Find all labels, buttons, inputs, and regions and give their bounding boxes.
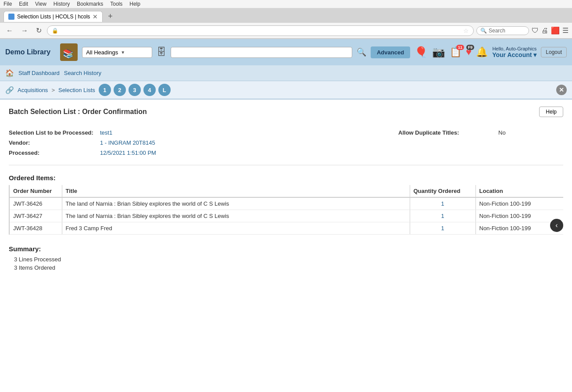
lines-processed: 3 Lines Processed <box>14 256 563 263</box>
library-name: Demo Library <box>5 48 50 56</box>
step-2[interactable]: 2 <box>114 84 126 96</box>
user-info: Hello, Auto-Graphics Your Account ▾ <box>492 46 536 58</box>
breadcrumb-selection-lists[interactable]: Selection Lists <box>58 87 95 93</box>
step-4[interactable]: 4 <box>143 84 156 96</box>
vendor-label: Vendor: <box>9 138 97 148</box>
menu-bookmarks[interactable]: Bookmarks <box>77 1 103 7</box>
items-ordered: 3 Items Ordered <box>14 264 563 271</box>
bookmark-icon[interactable]: ☆ <box>463 27 469 34</box>
qty-1: 1 <box>410 197 475 210</box>
summary-title: Summary: <box>9 245 563 253</box>
browser-search-label: Search <box>489 28 505 34</box>
col-location: Location <box>475 185 563 197</box>
chevron-down-icon: ▼ <box>121 50 125 55</box>
summary-section: Summary: 3 Lines Processed 3 Items Order… <box>9 245 563 271</box>
table-row: JWT-36428 Fred 3 Camp Fred 1 Non-Fiction… <box>9 222 563 235</box>
col-quantity: Quantity Ordered <box>410 185 475 197</box>
page-title-bar: Batch Selection List : Order Confirmatio… <box>9 107 563 121</box>
menu-tools[interactable]: Tools <box>110 1 122 7</box>
reload-button[interactable]: ↻ <box>33 25 44 36</box>
link-icon: 🔗 <box>5 86 14 94</box>
camera-icon[interactable]: 📷 <box>432 46 445 58</box>
order-num-1: JWT-36426 <box>9 197 62 210</box>
progress-steps: 1 2 3 4 L <box>99 84 171 96</box>
processed-label: Processed: <box>9 148 97 158</box>
menu-file[interactable]: File <box>4 1 12 7</box>
svg-text:📚: 📚 <box>63 48 74 59</box>
tab-close-button[interactable]: ✕ <box>93 13 98 20</box>
staff-dashboard-link[interactable]: Staff Dashboard <box>18 70 60 76</box>
user-greeting: Hello, Auto-Graphics <box>492 46 536 51</box>
tab-label: Selection Lists | HCOLS | hcols <box>17 14 90 20</box>
search-type-label: All Headings <box>86 49 118 56</box>
main-content: Batch Selection List : Order Confirmatio… <box>0 100 572 363</box>
qty-2: 1 <box>410 210 475 222</box>
extension2-button[interactable]: 🟥 <box>551 26 560 35</box>
search-type-dropdown[interactable]: All Headings ▼ <box>82 47 152 58</box>
allow-dup-label: Allow Duplicate Titles: <box>398 128 495 138</box>
account-link[interactable]: Your Account ▾ <box>492 51 536 58</box>
browser-tab[interactable]: Selection Lists | HCOLS | hcols ✕ <box>4 11 103 22</box>
order-table: Order Number Title Quantity Ordered Loca… <box>9 185 563 235</box>
search-history-link[interactable]: Search History <box>64 70 101 76</box>
table-row: JWT-36426 The land of Narnia : Brian Sib… <box>9 197 563 210</box>
search-input[interactable] <box>175 49 348 56</box>
favorites-icon[interactable]: ♥ F9 <box>466 46 472 58</box>
logout-button[interactable]: Logout <box>541 47 567 57</box>
browser-search-bar[interactable]: 🔍 Search <box>476 26 529 35</box>
step-3[interactable]: 3 <box>129 84 141 96</box>
breadcrumb-acquisitions[interactable]: Acquisitions <box>18 87 48 93</box>
title-1: The land of Narnia : Brian Sibley explor… <box>62 197 410 210</box>
security-icon: 🔒 <box>52 28 58 34</box>
favorites-badge: F9 <box>466 45 475 50</box>
menu-button[interactable]: ☰ <box>562 26 568 35</box>
table-row: JWT-36427 The land of Narnia : Brian Sib… <box>9 210 563 222</box>
account-label: Your Account <box>492 51 532 58</box>
header-icons: 🎈 📷 📋 11 ♥ F9 🔔 <box>415 46 488 58</box>
close-button[interactable]: ✕ <box>556 85 567 95</box>
notifications-icon[interactable]: 🔔 <box>476 46 488 58</box>
order-num-2: JWT-36427 <box>9 210 62 222</box>
hot-air-balloon-icon[interactable]: 🎈 <box>415 46 428 58</box>
list-badge: 11 <box>456 45 464 50</box>
forward-button[interactable]: → <box>18 26 31 36</box>
order-num-3: JWT-36428 <box>9 222 62 235</box>
step-1[interactable]: 1 <box>99 84 111 96</box>
url-input[interactable]: https://qa-hcols-verso.auto-graphics.com… <box>61 28 461 34</box>
list-icon[interactable]: 📋 11 <box>450 46 461 58</box>
ordered-items-title: Ordered Items: <box>9 174 563 182</box>
list-value: test1 <box>97 128 398 138</box>
search-glass-icon: 🔍 <box>480 28 487 34</box>
col-order-number: Order Number <box>9 185 62 197</box>
processed-value: 12/5/2021 1:51:00 PM <box>97 148 398 158</box>
location-1: Non-Fiction 100-199 <box>475 197 563 210</box>
list-label: Selection List to be Processed: <box>9 128 97 138</box>
breadcrumb-bar: 🔗 Acquisitions > Selection Lists 1 2 3 4… <box>0 81 572 100</box>
menu-history[interactable]: History <box>54 1 70 7</box>
extensions-button[interactable]: 🛡 <box>532 27 539 35</box>
search-button[interactable]: 🔍 <box>357 47 366 57</box>
database-icon[interactable]: 🗄 <box>157 46 166 58</box>
allow-dup-value: No <box>495 128 563 138</box>
home-icon[interactable]: 🏠 <box>5 69 14 77</box>
print-button[interactable]: 🖨 <box>541 27 548 35</box>
menu-view[interactable]: View <box>35 1 46 7</box>
back-button[interactable]: ← <box>4 26 16 36</box>
library-logo: 📚 <box>60 43 78 61</box>
advanced-search-button[interactable]: Advanced <box>371 46 410 58</box>
new-tab-button[interactable]: + <box>104 10 116 23</box>
menu-help[interactable]: Help <box>129 1 140 7</box>
title-3: Fred 3 Camp Fred <box>62 222 410 235</box>
url-bar[interactable]: 🔒 https://qa-hcols-verso.auto-graphics.c… <box>47 25 474 36</box>
location-2: Non-Fiction 100-199 <box>475 210 563 222</box>
title-2: The land of Narnia : Brian Sibley explor… <box>62 210 410 222</box>
breadcrumb-separator-1: > <box>51 87 55 93</box>
step-l[interactable]: L <box>158 84 171 96</box>
help-button[interactable]: Help <box>539 107 563 117</box>
search-input-container[interactable] <box>171 47 352 58</box>
scroll-left-button[interactable]: ‹ <box>550 219 563 232</box>
qty-3: 1 <box>410 222 475 235</box>
page-title: Batch Selection List : Order Confirmatio… <box>9 108 147 116</box>
menu-edit[interactable]: Edit <box>19 1 28 7</box>
vendor-value: 1 - INGRAM 20T8145 <box>97 138 398 148</box>
